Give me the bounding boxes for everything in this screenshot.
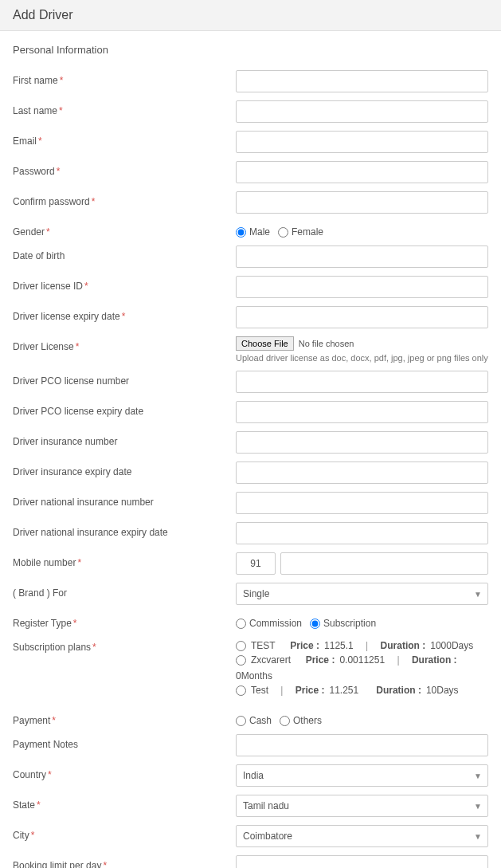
label-pco-expiry: Driver PCO license expiry date [13, 401, 236, 417]
label-country: Country* [13, 764, 236, 780]
plan-option[interactable]: TEST Price :1125.1 | Duration :1000Days [236, 640, 488, 651]
label-driver-license: Driver License* [13, 336, 236, 352]
first-name-input[interactable] [236, 70, 488, 92]
label-booking-limit: Booking limit per day* [13, 855, 236, 868]
booking-limit-input[interactable] [236, 855, 488, 868]
label-payment: Payment* [13, 710, 236, 726]
label-first-name: First name* [13, 70, 236, 86]
label-email: Email* [13, 131, 236, 147]
last-name-input[interactable] [236, 100, 488, 123]
payment-notes-input[interactable] [236, 734, 488, 756]
label-national-insurance-expiry: Driver national insurance expiry date [13, 522, 236, 538]
payment-cash-option[interactable]: Cash [236, 715, 272, 726]
register-subscription-radio[interactable] [310, 619, 320, 629]
label-payment-notes: Payment Notes [13, 734, 236, 750]
pco-expiry-input[interactable] [236, 401, 488, 423]
license-id-input[interactable] [236, 276, 488, 298]
gender-female-option[interactable]: Female [278, 226, 323, 238]
country-select[interactable]: India [236, 764, 488, 787]
label-confirm-password: Confirm password* [13, 191, 236, 207]
page-header: Add Driver [0, 0, 501, 31]
register-commission-option[interactable]: Commission [236, 618, 302, 629]
section-title: Personal Information [13, 44, 488, 56]
register-subscription-option[interactable]: Subscription [310, 618, 376, 629]
payment-others-radio[interactable] [280, 716, 290, 726]
state-select[interactable]: Tamil nadu [236, 795, 488, 817]
label-gender: Gender* [13, 222, 236, 238]
gender-male-radio[interactable] [236, 227, 246, 238]
label-brand-for: ( Brand ) For [13, 583, 236, 599]
label-license-id: Driver license ID* [13, 276, 236, 292]
label-last-name: Last name* [13, 100, 236, 116]
label-license-expiry: Driver license expiry date* [13, 306, 236, 322]
plan-radio-0[interactable] [236, 641, 246, 651]
label-insurance-expiry: Driver insurance expiry date [13, 461, 236, 477]
label-state: State* [13, 795, 236, 811]
payment-cash-radio[interactable] [236, 716, 246, 726]
license-expiry-input[interactable] [236, 306, 488, 328]
form-content: Personal Information First name* Last na… [0, 31, 501, 868]
label-subscription-plans: Subscription plans* [13, 637, 236, 653]
password-input[interactable] [236, 161, 488, 183]
label-insurance-number: Driver insurance number [13, 431, 236, 447]
mobile-prefix-input[interactable] [236, 552, 276, 575]
mobile-number-input[interactable] [280, 552, 488, 575]
pco-number-input[interactable] [236, 371, 488, 393]
label-dob: Date of birth [13, 245, 236, 261]
label-pco-number: Driver PCO license number [13, 371, 236, 387]
national-insurance-number-input[interactable] [236, 492, 488, 514]
confirm-password-input[interactable] [236, 191, 488, 214]
gender-female-radio[interactable] [278, 227, 288, 238]
page-title: Add Driver [13, 8, 488, 22]
payment-others-option[interactable]: Others [280, 715, 322, 726]
label-password: Password* [13, 161, 236, 177]
label-register-type: Register Type* [13, 613, 236, 629]
label-city: City* [13, 825, 236, 841]
insurance-expiry-input[interactable] [236, 461, 488, 484]
license-file-status: No file chosen [299, 339, 354, 348]
plan-option[interactable]: Test | Price :11.251 Duration :10Days [236, 685, 488, 696]
label-national-insurance-number: Driver national insurance number [13, 492, 236, 508]
license-hint: Upload driver license as doc, docx, pdf,… [236, 353, 488, 363]
plan-option[interactable]: Zxcvarert Price :0.0011251 | Duration :0… [236, 654, 488, 681]
dob-input[interactable] [236, 245, 488, 268]
label-mobile-number: Mobile number* [13, 552, 236, 568]
plan-radio-1[interactable] [236, 655, 246, 666]
insurance-number-input[interactable] [236, 431, 488, 454]
brand-for-select[interactable]: Single [236, 583, 488, 605]
plan-radio-2[interactable] [236, 685, 246, 696]
city-select[interactable]: Coimbatore [236, 825, 488, 847]
register-commission-radio[interactable] [236, 619, 246, 629]
gender-male-option[interactable]: Male [236, 226, 270, 238]
license-choose-file-button[interactable]: Choose File [236, 336, 294, 351]
email-input[interactable] [236, 131, 488, 153]
national-insurance-expiry-input[interactable] [236, 522, 488, 544]
